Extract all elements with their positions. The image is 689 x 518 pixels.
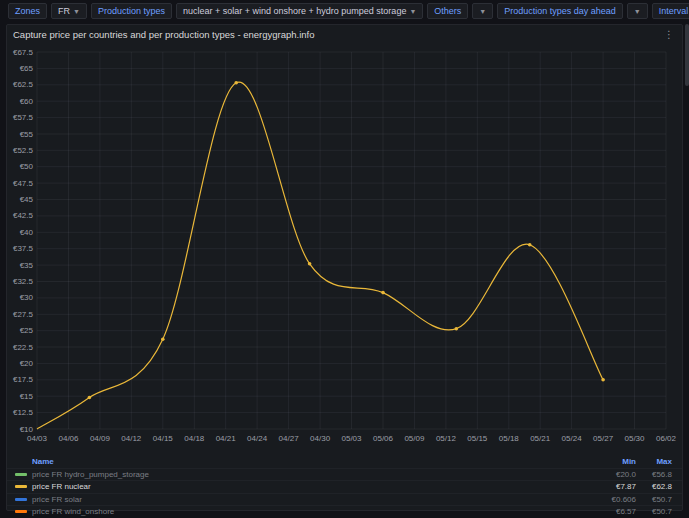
svg-text:04/06: 04/06 — [58, 434, 79, 443]
svg-text:04/24: 04/24 — [247, 434, 268, 443]
production-types-day-ahead-select[interactable]: ▼ — [627, 3, 648, 19]
series-max-value: €56.8 — [636, 470, 672, 479]
svg-text:€62.5: €62.5 — [13, 80, 34, 89]
series-color-swatch — [15, 498, 27, 501]
interval-label: Interval — [659, 7, 689, 16]
chevron-down-icon: ▼ — [479, 8, 486, 15]
svg-text:€35: €35 — [20, 261, 34, 270]
svg-text:05/06: 05/06 — [373, 434, 394, 443]
production-types-label-button[interactable]: Production types — [91, 3, 172, 19]
svg-text:04/30: 04/30 — [310, 434, 331, 443]
svg-text:€47.5: €47.5 — [13, 179, 34, 188]
svg-text:€37.5: €37.5 — [13, 244, 34, 253]
chevron-down-icon: ▼ — [634, 8, 641, 15]
series-min-value: €0.606 — [584, 495, 636, 504]
chart-panel: Capture price per countries and per prod… — [6, 24, 683, 511]
svg-text:06/02: 06/02 — [656, 434, 677, 443]
svg-text:€15: €15 — [20, 392, 34, 401]
legend-row-wind-onshore[interactable]: price FR wind_onshore €6.57 €50.7 — [7, 505, 682, 518]
legend-header-min[interactable]: Min — [584, 457, 636, 466]
svg-text:€52.5: €52.5 — [13, 146, 34, 155]
svg-text:€60: €60 — [20, 97, 34, 106]
interval-label-button[interactable]: Interval — [652, 3, 689, 19]
legend-row-nuclear[interactable]: price FR nuclear €7.87 €62.8 — [7, 480, 682, 493]
panel-title: Capture price per countries and per prod… — [13, 29, 315, 40]
series-color-swatch — [15, 510, 27, 513]
svg-text:05/15: 05/15 — [467, 434, 488, 443]
legend-header-row: Name Min Max — [7, 455, 682, 468]
svg-text:€30: €30 — [20, 293, 34, 302]
svg-text:€25: €25 — [20, 326, 34, 335]
panel-header[interactable]: Capture price per countries and per prod… — [7, 25, 682, 43]
svg-text:05/03: 05/03 — [341, 434, 362, 443]
production-types-day-ahead-label-button[interactable]: Production types day ahead — [497, 3, 623, 19]
series-name[interactable]: price FR hydro_pumped_storage — [32, 470, 584, 479]
svg-text:05/18: 05/18 — [499, 434, 520, 443]
series-color-swatch — [15, 485, 27, 488]
svg-text:€45: €45 — [20, 195, 34, 204]
others-select[interactable]: ▼ — [472, 3, 493, 19]
svg-text:05/30: 05/30 — [624, 434, 645, 443]
legend-header-max[interactable]: Max — [636, 457, 672, 466]
series-max-value: €50.7 — [636, 507, 672, 516]
series-name[interactable]: price FR nuclear — [32, 482, 584, 491]
series-max-value: €62.8 — [636, 482, 672, 491]
svg-text:€50: €50 — [20, 162, 34, 171]
others-label-button[interactable]: Others — [427, 3, 468, 19]
legend-table: Name Min Max price FR hydro_pumped_stora… — [7, 455, 682, 518]
chevron-down-icon: ▼ — [73, 8, 80, 15]
svg-text:€22.5: €22.5 — [13, 343, 34, 352]
svg-text:04/21: 04/21 — [216, 434, 237, 443]
svg-text:€27.5: €27.5 — [13, 310, 34, 319]
svg-text:04/18: 04/18 — [184, 434, 205, 443]
svg-text:05/12: 05/12 — [436, 434, 457, 443]
series-color-swatch — [15, 473, 27, 476]
series-min-value: €6.57 — [584, 507, 636, 516]
production-types-value: nuclear + solar + wind onshore + hydro p… — [183, 7, 406, 16]
svg-text:€55: €55 — [20, 130, 34, 139]
series-min-value: €7.87 — [584, 482, 636, 491]
legend-row-solar[interactable]: price FR solar €0.606 €50.7 — [7, 493, 682, 506]
production-types-select[interactable]: nuclear + solar + wind onshore + hydro p… — [176, 3, 423, 19]
series-name[interactable]: price FR wind_onshore — [32, 507, 584, 516]
page-scrollbar[interactable] — [684, 24, 689, 518]
zones-label-button[interactable]: Zones — [8, 3, 47, 19]
line-chart[interactable]: €10€12.5€15€17.5€20€22.5€25€27.5€30€32.5… — [7, 43, 682, 455]
series-name[interactable]: price FR solar — [32, 495, 584, 504]
svg-text:€57.5: €57.5 — [13, 113, 34, 122]
svg-text:04/12: 04/12 — [121, 434, 142, 443]
panel-menu-kebab-icon[interactable]: ⋮ — [662, 29, 676, 40]
others-label: Others — [434, 7, 461, 16]
svg-text:€32.5: €32.5 — [13, 277, 34, 286]
top-toolbar: Zones FR ▼ Production types nuclear + so… — [0, 0, 689, 22]
svg-text:€17.5: €17.5 — [13, 375, 34, 384]
zones-select[interactable]: FR ▼ — [51, 3, 87, 19]
svg-text:05/21: 05/21 — [530, 434, 551, 443]
series-max-value: €50.7 — [636, 495, 672, 504]
zones-label: Zones — [15, 7, 40, 16]
zones-value: FR — [58, 7, 70, 16]
svg-text:04/03: 04/03 — [27, 434, 48, 443]
svg-text:€42.5: €42.5 — [13, 211, 34, 220]
production-types-label: Production types — [98, 7, 165, 16]
svg-text:€67.5: €67.5 — [13, 48, 34, 57]
svg-text:€65: €65 — [20, 64, 34, 73]
production-types-day-ahead-label: Production types day ahead — [504, 7, 616, 16]
chevron-down-icon: ▼ — [409, 8, 416, 15]
svg-text:€12.5: €12.5 — [13, 408, 34, 417]
svg-text:05/27: 05/27 — [593, 434, 614, 443]
page-scrollbar-thumb[interactable] — [685, 24, 689, 86]
svg-text:04/27: 04/27 — [279, 434, 300, 443]
svg-text:€20: €20 — [20, 359, 34, 368]
svg-text:04/15: 04/15 — [153, 434, 174, 443]
svg-text:05/09: 05/09 — [404, 434, 425, 443]
series-min-value: €20.0 — [584, 470, 636, 479]
svg-text:05/24: 05/24 — [562, 434, 583, 443]
svg-text:€40: €40 — [20, 228, 34, 237]
svg-text:€10: €10 — [20, 425, 34, 434]
svg-text:04/09: 04/09 — [90, 434, 111, 443]
chart-area[interactable]: €10€12.5€15€17.5€20€22.5€25€27.5€30€32.5… — [7, 43, 682, 455]
legend-row-hydro-pumped-storage[interactable]: price FR hydro_pumped_storage €20.0 €56.… — [7, 468, 682, 481]
legend-header-name[interactable]: Name — [32, 457, 584, 466]
